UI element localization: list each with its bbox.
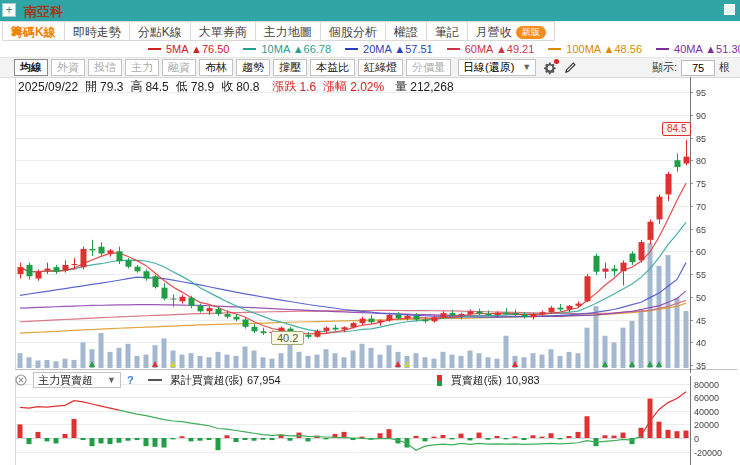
change-value: 1.6 — [300, 80, 317, 94]
close-label: 收 — [221, 78, 233, 95]
tab-6[interactable]: 個股分析 — [320, 21, 386, 41]
tab-9[interactable]: 月營收新版 — [467, 21, 555, 41]
chart-toolbar: 均線外資投信主力融資布林趨勢撐壓本益比紅綠燈分價量 日線(還原) ▼ 顯示: 根 — [0, 57, 740, 78]
ma-line-swatch — [345, 48, 358, 50]
chevron-down-icon: ▼ — [107, 375, 116, 385]
period-select[interactable]: 日線(還原) ▼ — [458, 59, 536, 76]
display-bars-group: 顯示: 根 — [652, 60, 730, 76]
ma-line-swatch — [447, 48, 460, 50]
netbuy-bar-swatch — [437, 375, 442, 386]
open-label: 開 — [85, 78, 97, 95]
ma-line-swatch — [656, 48, 669, 50]
quote-row: 2025/09/22 開79.3 高84.5 低78.9 收80.8 漲跌1.6… — [18, 79, 454, 94]
indicator-select[interactable]: 主力買賣超 ▼ — [33, 372, 121, 388]
overlay-button-投信[interactable]: 投信 — [88, 59, 122, 76]
low-price-annotation: 40.2 — [271, 331, 304, 345]
overlay-button-趨勢[interactable]: 趨勢 — [236, 59, 270, 76]
ma-legend-row: 5MA ▲76.5010MA ▲66.7820MA ▲57.5160MA ▲49… — [0, 41, 740, 57]
cumulative-legend-label: 累計買賣超(張) — [170, 373, 243, 388]
help-icon[interactable]: ? — [127, 374, 134, 386]
ma-legend-text: 5MA ▲76.50 — [166, 43, 229, 55]
indicator-select-value: 主力買賣超 — [38, 373, 93, 388]
tab-5[interactable]: 主力地圖 — [255, 21, 321, 41]
last-high-price-annotation: 84.5 — [662, 122, 691, 136]
overlay-button-紅綠燈[interactable]: 紅綠燈 — [358, 59, 403, 76]
ma-legend-text: 10MA ▲66.78 — [261, 43, 331, 55]
overlay-button-分價量[interactable]: 分價量 — [406, 59, 451, 76]
netbuy-chart-canvas[interactable] — [0, 376, 740, 465]
ma-legend-100ma: 100MA ▲48.56 — [548, 43, 642, 55]
tab-8[interactable]: 筆記 — [426, 21, 468, 41]
tab-3[interactable]: 分點K線 — [129, 21, 191, 41]
ma-line-swatch — [148, 48, 161, 50]
ma-legend-40ma: 40MA ▲51.30 — [656, 43, 740, 55]
titlebar-corner-icon[interactable] — [724, 4, 735, 15]
ma-legend-20ma: 20MA ▲57.51 — [345, 43, 433, 55]
bottom-panel-header: 主力買賣超 ▼ ? 累計買賣超(張) 67,954 買賣超(張) 10,983 — [15, 372, 615, 388]
change-label: 漲跌 — [273, 78, 297, 95]
volume-label: 量 — [395, 78, 407, 95]
ma-legend-60ma: 60MA ▲49.21 — [447, 43, 535, 55]
overlay-button-外資[interactable]: 外資 — [51, 59, 85, 76]
overlay-button-撐壓[interactable]: 撐壓 — [273, 59, 307, 76]
ma-legend-text: 20MA ▲57.51 — [363, 43, 433, 55]
draw-pencil-button[interactable] — [564, 61, 577, 74]
cumulative-legend-value: 67,954 — [247, 374, 281, 386]
volume-value: 212,268 — [410, 80, 453, 94]
display-label: 顯示: — [652, 60, 677, 75]
notification-dot — [554, 59, 559, 64]
tab-4[interactable]: 大單券商 — [190, 21, 256, 41]
display-unit: 根 — [719, 60, 730, 75]
netbuy-legend-label: 買賣超(張) — [451, 373, 502, 388]
tab-2[interactable]: 即時走勢 — [64, 21, 130, 41]
collapse-icon[interactable] — [15, 374, 27, 386]
main-chart-canvas[interactable] — [0, 77, 740, 373]
period-select-value: 日線(還原) — [463, 61, 514, 74]
overlay-button-均線[interactable]: 均線 — [14, 59, 48, 76]
app-window: + 南亞科 籌碼K線即時走勢分點K線大單券商主力地圖個股分析權證筆記月營收新版 … — [0, 0, 740, 465]
settings-button[interactable] — [543, 61, 557, 75]
stock-title: 南亞科 — [24, 3, 63, 21]
overlay-button-布林[interactable]: 布林 — [199, 59, 233, 76]
ma-legend-text: 60MA ▲49.21 — [465, 43, 535, 55]
low-label: 低 — [176, 78, 188, 95]
ma-legend-text: 100MA ▲48.56 — [566, 43, 642, 55]
netbuy-legend-value: 10,983 — [506, 374, 540, 386]
tab-bar: 籌碼K線即時走勢分點K線大單券商主力地圖個股分析權證筆記月營收新版 — [0, 21, 740, 41]
tab-7[interactable]: 權證 — [385, 21, 427, 41]
change-pct-value: 2.02% — [350, 80, 384, 94]
ma-line-swatch — [243, 48, 256, 50]
add-tab-button[interactable]: + — [2, 3, 16, 17]
ma-legend-10ma: 10MA ▲66.78 — [243, 43, 331, 55]
ma-line-swatch — [548, 48, 561, 50]
overlay-button-融資[interactable]: 融資 — [162, 59, 196, 76]
open-value: 79.3 — [100, 80, 123, 94]
high-value: 84.5 — [145, 80, 168, 94]
new-badge: 新版 — [516, 26, 546, 39]
high-label: 高 — [130, 78, 142, 95]
quote-date: 2025/09/22 — [18, 80, 78, 94]
ma-legend-text: 40MA ▲51.30 — [674, 43, 740, 55]
overlay-button-本益比[interactable]: 本益比 — [310, 59, 355, 76]
ma-legend-5ma: 5MA ▲76.50 — [148, 43, 229, 55]
overlay-button-主力[interactable]: 主力 — [125, 59, 159, 76]
low-value: 78.9 — [191, 80, 214, 94]
display-bars-input[interactable] — [681, 60, 715, 76]
cumulative-line-swatch — [148, 379, 162, 381]
chevron-down-icon: ▼ — [522, 61, 531, 74]
tab-1[interactable]: 籌碼K線 — [2, 21, 65, 41]
change-pct-label: 漲幅 — [323, 78, 347, 95]
close-value: 80.8 — [236, 80, 259, 94]
title-bar: + 南亞科 — [0, 0, 740, 21]
